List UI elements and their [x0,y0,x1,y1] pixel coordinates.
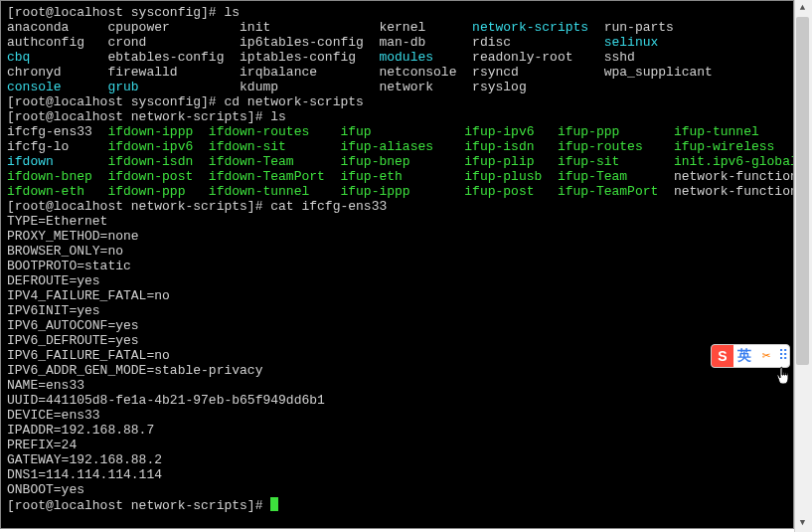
cat-line: BROWSER_ONLY=no [7,244,123,259]
cat-line: NAME=ens33 [7,378,84,393]
ls-output-row: console grub kdump network rsyslog [7,80,527,94]
ls-output-row: ifcfg-ens33 ifdown-ippp ifdown-routes if… [7,124,759,139]
cat-line: PREFIX=24 [7,438,77,452]
scroll-down-button[interactable]: ▼ [795,515,810,532]
command: ls [224,5,240,20]
command: cd network-scripts [224,94,363,109]
vertical-scrollbar[interactable]: ▲ ▼ [794,0,812,532]
cat-line: IPV6_ADDR_GEN_MODE=stable-privacy [7,363,262,378]
cat-line: IPV6_DEFROUTE=yes [7,333,139,348]
dir-cbq: cbq [7,50,30,65]
ls-output-row: ifdown-eth ifdown-ppp ifdown-tunnel ifup… [7,184,794,199]
dir-console: console [7,80,62,94]
cat-line: IPV6INIT=yes [7,303,100,318]
ls-output-row: ifcfg-lo ifdown-ipv6 ifdown-sit ifup-ali… [7,139,774,154]
ls-output-row: ifdown ifdown-isdn ifdown-Team ifup-bnep… [7,154,794,169]
prompt: [root@localhost network-scripts]# [7,199,270,214]
prompt: [root@localhost sysconfig]# [7,94,224,109]
ls-output-row: authconfig crond ip6tables-config man-db… [7,35,658,50]
prompt: [root@localhost sysconfig]# [7,5,224,20]
cat-line: TYPE=Ethernet [7,214,107,229]
prompt: [root@localhost network-scripts]# [7,109,270,124]
scroll-up-button[interactable]: ▲ [795,0,810,17]
cat-line: DNS1=114.114.114.114 [7,467,162,482]
dir-network-scripts: network-scripts [472,20,588,35]
cat-line: UUID=441105d8-fe1a-4b21-97eb-b65f949dd6b… [7,393,325,408]
ls-output-row: cbq ebtables-config iptables-config modu… [7,50,635,65]
ime-scissor-icon[interactable]: ✂ [755,349,777,364]
terminal-output[interactable]: [root@localhost sysconfig]# ls anaconda … [0,0,794,529]
cat-line: IPV6_AUTOCONF=yes [7,318,139,333]
cat-line: IPV6_FAILURE_FATAL=no [7,348,170,363]
cat-line: ONBOOT=yes [7,482,84,497]
ls-output-row: ifdown-bnep ifdown-post ifdown-TeamPort … [7,169,794,184]
cat-line: PROXY_METHOD=none [7,229,139,244]
dir-modules: modules [379,50,433,65]
cat-line: IPV4_FAILURE_FATAL=no [7,288,170,303]
ime-logo-icon[interactable]: S [712,345,733,367]
ime-toolbar[interactable]: S 英 ✂ ⠿ [711,344,790,368]
cat-line: DEVICE=ens33 [7,408,100,423]
terminal-cursor [270,497,278,511]
cat-line: IPADDR=192.168.88.7 [7,423,154,438]
dir-selinux: selinux [604,35,659,50]
ls-output-row: chronyd firewalld irqbalance netconsole … [7,65,713,80]
scrollbar-thumb[interactable] [796,17,809,365]
command: cat ifcfg-ens33 [270,199,387,214]
cat-line: BOOTPROTO=static [7,259,131,273]
ime-lang-button[interactable]: 英 [733,349,755,364]
ime-grid-icon[interactable]: ⠿ [777,349,789,364]
command: ls [270,109,286,124]
cat-line: GATEWAY=192.168.88.2 [7,452,162,467]
ls-output-row: anaconda cpupower init kernel network-sc… [7,20,674,35]
dir-grub: grub [107,80,138,94]
prompt: [root@localhost network-scripts]# [7,498,270,513]
cat-line: DEFROUTE=yes [7,273,100,288]
